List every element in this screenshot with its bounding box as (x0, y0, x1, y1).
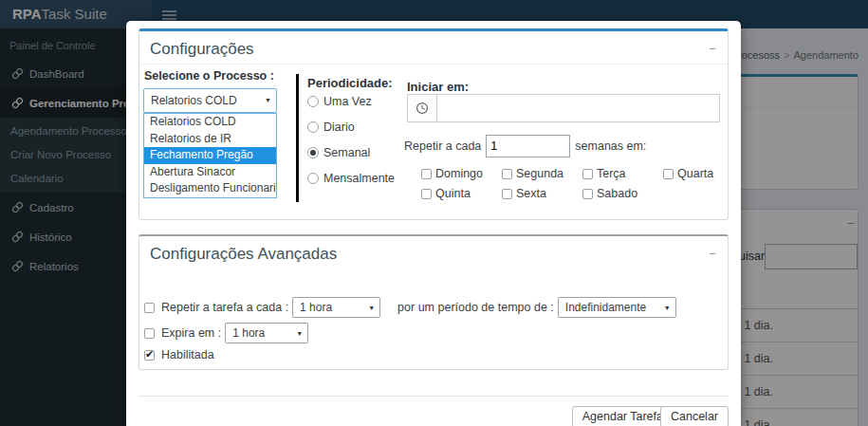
repeat-task-checkbox[interactable] (144, 303, 155, 313)
process-option-3[interactable]: Fechamento Pregão (144, 147, 276, 164)
periodicity-radio-mensalmente[interactable]: Mensalmente (307, 172, 395, 185)
periodicity-radio-semanal[interactable]: Semanal (307, 146, 370, 159)
periodicity-label: Periodicidade: (307, 76, 393, 90)
process-dropdown-list: Relatorios COLDRelatorios de IRFechament… (143, 113, 277, 198)
expire-row: Expira em : 1 hora▼ (144, 323, 308, 343)
settings-panel-title: Configurações (150, 40, 254, 59)
radio-icon (307, 121, 319, 133)
repeat-interval-input[interactable] (486, 135, 570, 157)
checkbox-icon (663, 169, 674, 179)
radio-icon (307, 96, 319, 107)
radio-icon (307, 147, 319, 158)
repeat-task-interval-select[interactable]: 1 hora▼ (292, 297, 380, 318)
weekday-label: Terça (597, 167, 626, 180)
radio-label: Uma Vez (323, 95, 372, 108)
advanced-panel-title: Configurações Avançadas (150, 245, 337, 264)
caret-down-icon: ▼ (664, 301, 671, 315)
checkbox-icon (582, 189, 593, 199)
process-select-label: Selecione o Processo : (144, 69, 274, 83)
repeat-prefix-label: Repetir a cada (404, 139, 481, 153)
process-option-2[interactable]: Relatorios de IR (144, 131, 276, 148)
caret-down-icon: ▼ (368, 301, 375, 315)
weekday-label: Domingo (435, 167, 483, 180)
weekday-checkbox-sexta[interactable]: Sexta (502, 187, 582, 200)
caret-down-icon: ▼ (265, 92, 271, 109)
weekday-checkbox-terça[interactable]: Terça (582, 167, 663, 180)
repeat-suffix-label: semanas em: (575, 139, 646, 153)
radio-icon (307, 173, 319, 184)
expire-label: Expira em : (161, 326, 221, 340)
weekday-checkbox-segunda[interactable]: Segunda (502, 167, 582, 180)
column-divider (296, 74, 299, 202)
periodicity-radio-uma-vez[interactable]: Uma Vez (307, 95, 372, 108)
start-datetime-input[interactable] (437, 94, 720, 122)
process-option-5[interactable]: Desligamento Funcionario (144, 180, 276, 197)
expire-checkbox[interactable] (144, 328, 155, 339)
enabled-row: Habilitada (144, 348, 214, 361)
checkbox-icon (502, 169, 512, 179)
weekday-checkbox-sabado[interactable]: Sabado (582, 187, 663, 200)
start-label: Iniciar em: (407, 80, 469, 94)
weekday-label: Quarta (677, 167, 713, 180)
clock-icon (407, 94, 437, 122)
checkbox-icon (582, 169, 593, 179)
repeat-task-row: Repetir a tarefa a cada : 1 hora▼ por um… (144, 297, 676, 318)
checkbox-icon (421, 169, 432, 179)
weekday-label: Quinta (435, 187, 471, 200)
period-select[interactable]: Indefinidamente▼ (558, 297, 676, 318)
checkbox-icon (502, 189, 512, 199)
expire-interval-value: 1 hora (232, 326, 265, 340)
expire-interval-select[interactable]: 1 hora▼ (225, 323, 308, 343)
application-window: RPATask Suite Painel de Controle DashBoa… (0, 0, 868, 426)
process-option-4[interactable]: Abertura Sinacor (144, 164, 276, 181)
caret-down-icon: ▼ (296, 326, 303, 341)
enabled-checkbox[interactable] (144, 350, 155, 361)
weekday-checkbox-quarta[interactable]: Quarta (663, 167, 744, 180)
process-select-value: Relatorios COLD (151, 94, 237, 107)
periodicity-radio-diario[interactable]: Diario (307, 120, 355, 134)
process-option-1[interactable]: Relatorios COLD (144, 114, 276, 131)
start-datetime-group (407, 94, 720, 122)
repeat-task-label: Repetir a tarefa a cada : (161, 301, 288, 314)
radio-label: Diario (323, 120, 355, 134)
period-select-value: Indefinidamente (565, 301, 646, 314)
weekday-checkbox-grid: DomingoSegundaTerçaQuartaQuintaSextaSaba… (421, 167, 744, 200)
radio-label: Mensalmente (323, 172, 395, 185)
repeat-every-row: Repetir a cada semanas em: (404, 135, 646, 157)
repeat-task-interval-value: 1 hora (300, 301, 332, 314)
radio-label: Semanal (323, 146, 370, 159)
modal-footer: Agendar Tarefa Cancelar (139, 396, 729, 397)
cancel-button[interactable]: Cancelar (660, 406, 729, 426)
weekday-label: Segunda (516, 167, 563, 180)
schedule-settings-modal: Configurações − Selecione o Processo : R… (126, 21, 741, 426)
weekday-checkbox-quinta[interactable]: Quinta (421, 187, 502, 200)
schedule-task-button[interactable]: Agendar Tarefa (572, 406, 674, 426)
enabled-label: Habilitada (161, 348, 214, 361)
weekday-label: Sabado (597, 187, 637, 200)
settings-panel: Configurações − Selecione o Processo : R… (139, 28, 729, 220)
checkbox-icon (421, 189, 432, 199)
weekday-label: Sexta (516, 187, 546, 200)
collapse-icon[interactable]: − (709, 247, 716, 260)
collapse-icon[interactable]: − (709, 42, 716, 55)
advanced-settings-panel: Configurações Avançadas − Repetir a tare… (139, 234, 729, 370)
process-select[interactable]: Relatorios COLD ▼ (143, 88, 277, 113)
weekday-checkbox-domingo[interactable]: Domingo (421, 167, 502, 180)
period-label: por um período de tempo de : (397, 301, 554, 314)
